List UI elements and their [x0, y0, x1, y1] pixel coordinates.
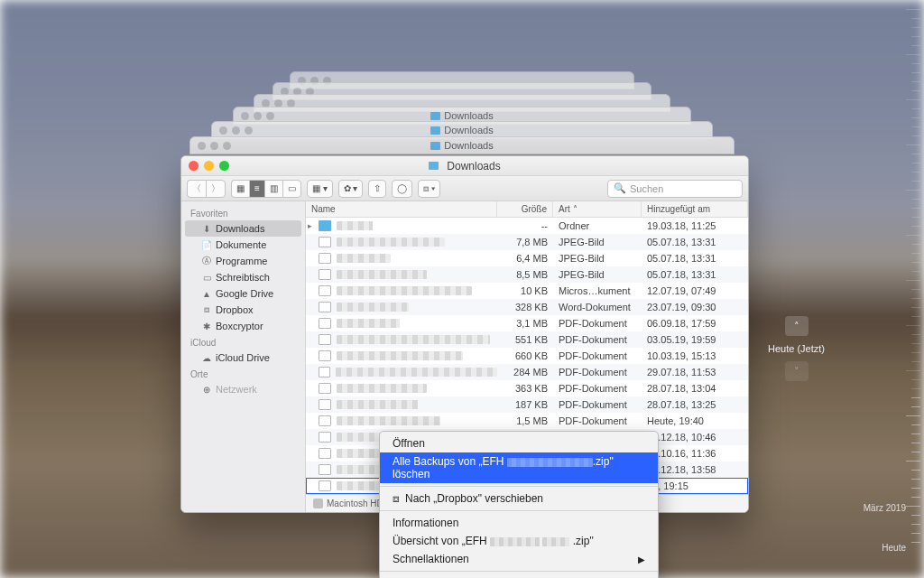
cell-kind: JPEG-Bild	[553, 269, 642, 280]
close-icon[interactable]	[189, 161, 199, 171]
ctx-copy[interactable]: „EFH .zip" kopieren	[380, 574, 658, 578]
sidebar-item-applications[interactable]: ⒶProgramme	[181, 253, 305, 269]
downloads-icon: ⬇	[201, 223, 212, 234]
boxcryptor-icon: ✱	[201, 321, 212, 331]
ctx-info[interactable]: Informationen	[380, 514, 658, 532]
table-row[interactable]: ▸--Ordner19.03.18, 11:25	[306, 218, 748, 234]
file-icon	[319, 334, 331, 345]
col-size[interactable]: Größe	[497, 201, 553, 217]
file-icon	[319, 448, 331, 459]
share-button[interactable]: ⇧	[368, 180, 386, 198]
column-headers[interactable]: Name Größe Art ˄ Hinzugefügt am	[306, 201, 748, 218]
sidebar-item-dropbox[interactable]: ⧈Dropbox	[181, 302, 305, 318]
cell-date: 10.03.19, 15:13	[642, 350, 748, 361]
dropbox-button[interactable]: ⧈ ▾	[418, 180, 440, 198]
table-row[interactable]: 1,5 MBPDF-DokumentHeute, 19:40	[306, 413, 748, 429]
forward-button[interactable]: 〉	[206, 180, 226, 198]
timeline-ticks[interactable]: März 2019 Heute	[893, 5, 920, 573]
sidebar-item-network[interactable]: ⊕Netzwerk	[181, 381, 305, 397]
back-button[interactable]: 〈	[187, 180, 206, 198]
folder-icon	[319, 220, 331, 231]
timeline-label: Heute	[882, 543, 906, 553]
context-menu: Öffnen Alle Backups von „EFH .zip" lösch…	[379, 431, 659, 578]
window-title: Downloads	[447, 160, 500, 172]
cell-kind: PDF-Dokument	[553, 367, 642, 378]
chevron-up-icon: ˄	[794, 321, 799, 332]
arrange-button[interactable]: ▦ ▾	[307, 180, 333, 198]
ctx-overview[interactable]: Übersicht von „EFH .zip"	[380, 532, 658, 550]
time-forward-button[interactable]: ˅	[785, 361, 808, 381]
time-back-button[interactable]: ˄	[785, 316, 808, 336]
sidebar-item-googledrive[interactable]: ▲Google Drive	[181, 285, 305, 302]
table-row[interactable]: 6,4 MBJPEG-Bild05.07.18, 13:31	[306, 250, 748, 266]
cell-size: 6,4 MB	[497, 253, 553, 264]
table-row[interactable]: 551 KBPDF-Dokument03.05.19, 19:59	[306, 331, 748, 348]
documents-icon: 📄	[201, 239, 212, 250]
separator	[380, 486, 658, 487]
table-row[interactable]: 363 KBPDF-Dokument28.07.18, 13:04	[306, 380, 748, 396]
col-name[interactable]: Name	[306, 201, 497, 217]
file-icon	[319, 350, 331, 361]
sidebar-item-boxcryptor[interactable]: ✱Boxcryptor	[181, 318, 305, 334]
cell-date: 28.07.18, 13:25	[642, 399, 748, 410]
cell-size: 3,1 MB	[497, 318, 553, 329]
file-icon	[319, 383, 331, 394]
ctx-quick-actions[interactable]: Schnellaktionen▶	[380, 550, 658, 568]
table-row[interactable]: 10 KBMicros…kument12.07.19, 07:49	[306, 283, 748, 299]
cell-kind: PDF-Dokument	[553, 415, 642, 426]
action-button[interactable]: ✿ ▾	[338, 180, 364, 198]
search-input[interactable]: 🔍 Suchen	[607, 180, 743, 198]
col-date[interactable]: Hinzugefügt am	[642, 201, 748, 217]
view-gallery-button[interactable]: ▭	[282, 180, 301, 198]
minimize-icon[interactable]	[204, 161, 214, 171]
sidebar-item-icloud[interactable]: ☁iCloud Drive	[181, 350, 305, 366]
cell-kind: PDF-Dokument	[553, 399, 642, 410]
sidebar-item-desktop[interactable]: ▭Schreibtisch	[181, 269, 305, 285]
cell-date: 05.07.18, 13:31	[642, 237, 748, 247]
sidebar-header-favorites: Favoriten	[181, 205, 305, 220]
folder-icon	[429, 162, 439, 170]
table-row[interactable]: 187 KBPDF-Dokument28.07.18, 13:25	[306, 396, 748, 413]
view-list-button[interactable]: ≡	[249, 180, 264, 198]
separator	[380, 510, 658, 511]
cell-kind: Ordner	[553, 220, 642, 231]
sidebar-item-documents[interactable]: 📄Dokumente	[181, 237, 305, 253]
time-now-label: Heute (Jetzt)	[768, 343, 825, 354]
zoom-icon[interactable]	[219, 161, 229, 171]
table-row[interactable]: 328 KBWord-Dokument23.07.19, 09:30	[306, 299, 748, 315]
table-row[interactable]: 3,1 MBPDF-Dokument06.09.18, 17:59	[306, 315, 748, 331]
ctx-move-dropbox[interactable]: ⧈Nach „Dropbox" verschieben	[380, 489, 658, 508]
cloud-icon: ☁	[201, 352, 212, 363]
sidebar: Favoriten ⬇Downloads 📄Dokumente ⒶProgram…	[181, 201, 306, 512]
table-row[interactable]: 660 KBPDF-Dokument10.03.19, 15:13	[306, 348, 748, 364]
cell-size: 284 MB	[497, 367, 553, 378]
cell-size: 660 KB	[497, 350, 553, 361]
filename-blurred	[337, 238, 445, 247]
file-icon	[319, 480, 331, 491]
view-column-button[interactable]: ▥	[264, 180, 282, 198]
table-row[interactable]: 7,8 MBJPEG-Bild05.07.18, 13:31	[306, 234, 748, 250]
cell-kind: JPEG-Bild	[553, 237, 642, 247]
cell-date: 23.07.19, 09:30	[642, 302, 748, 312]
col-kind[interactable]: Art ˄	[553, 201, 642, 217]
toolbar: 〈 〉 ▦ ≡ ▥ ▭ ▦ ▾ ✿ ▾ ⇧ ◯ ⧈ ▾ 🔍 Suchen	[181, 176, 748, 201]
cell-kind: PDF-Dokument	[553, 383, 642, 394]
snapshot-window[interactable]: Downloads	[189, 136, 735, 154]
file-icon	[319, 464, 331, 475]
file-icon	[319, 285, 331, 296]
tags-button[interactable]: ◯	[392, 180, 412, 198]
file-icon	[319, 237, 331, 247]
table-row[interactable]: 284 MBPDF-Dokument29.07.18, 11:53	[306, 364, 748, 380]
sidebar-item-downloads[interactable]: ⬇Downloads	[185, 220, 301, 237]
filename-blurred	[337, 303, 409, 312]
filename-blurred	[336, 368, 497, 377]
filename-blurred	[337, 221, 373, 230]
titlebar[interactable]: Downloads	[181, 156, 748, 176]
cell-date: Heute, 19:40	[642, 415, 748, 426]
file-icon	[319, 318, 331, 329]
view-icon-button[interactable]: ▦	[231, 180, 249, 198]
table-row[interactable]: 8,5 MBJPEG-Bild05.07.18, 13:31	[306, 266, 748, 283]
separator	[380, 571, 658, 572]
ctx-delete-backups[interactable]: Alle Backups von „EFH .zip" löschen	[380, 452, 658, 483]
ctx-open[interactable]: Öffnen	[380, 434, 658, 452]
